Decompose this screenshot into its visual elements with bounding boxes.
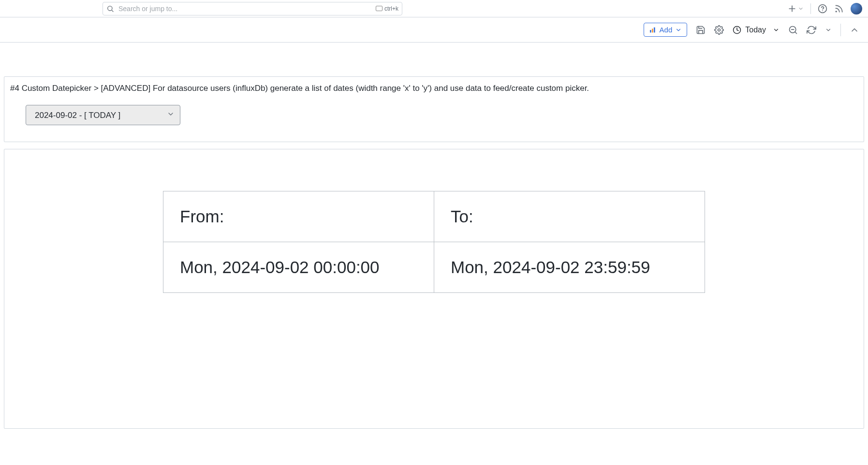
- svg-line-1: [112, 10, 113, 12]
- search-input[interactable]: [103, 2, 402, 15]
- header-divider: [810, 3, 811, 14]
- search-icon: [106, 5, 114, 13]
- chevron-down-icon: [675, 27, 682, 33]
- keyboard-icon: [376, 6, 383, 11]
- help-icon[interactable]: [818, 4, 827, 14]
- chevron-down-icon: [798, 4, 804, 14]
- collapse-icon[interactable]: [850, 25, 859, 35]
- zoom-out-icon[interactable]: [788, 25, 798, 35]
- svg-rect-7: [650, 30, 651, 32]
- add-label: Add: [660, 26, 673, 34]
- panel-title: #4 Custom Datepicker > [ADVANCED] For da…: [10, 84, 858, 93]
- table-row: Mon, 2024-09-02 00:00:00 Mon, 2024-09-02…: [163, 242, 705, 293]
- create-menu[interactable]: [787, 4, 804, 14]
- refresh-icon[interactable]: [807, 25, 816, 35]
- header-right: [787, 3, 862, 15]
- panel-add-icon: [649, 26, 657, 34]
- date-select-wrap: 2024-09-02 - [ TODAY ]: [10, 105, 180, 125]
- header-from: From:: [163, 191, 434, 242]
- rss-icon[interactable]: [834, 4, 844, 14]
- date-variable-select[interactable]: 2024-09-02 - [ TODAY ]: [26, 105, 180, 125]
- dashboard-toolbar: Add Today: [0, 17, 868, 43]
- svg-point-0: [108, 6, 112, 10]
- svg-rect-9: [654, 27, 655, 32]
- to-value: Mon, 2024-09-02 23:59:59: [434, 242, 705, 293]
- settings-icon[interactable]: [714, 25, 724, 35]
- table-panel: From: To: Mon, 2024-09-02 00:00:00 Mon, …: [4, 149, 864, 429]
- variables-panel: #4 Custom Datepicker > [ADVANCED] For da…: [4, 76, 864, 142]
- chevron-down-icon: [773, 27, 780, 33]
- time-range-picker[interactable]: Today: [733, 26, 780, 34]
- time-range-label: Today: [745, 26, 766, 34]
- svg-point-6: [836, 11, 837, 12]
- avatar[interactable]: [851, 3, 862, 15]
- date-range-table: From: To: Mon, 2024-09-02 00:00:00 Mon, …: [163, 191, 705, 293]
- svg-rect-8: [652, 29, 653, 32]
- clock-icon: [733, 26, 741, 34]
- svg-line-13: [795, 31, 797, 33]
- header-to: To:: [434, 191, 705, 242]
- kbd-text: ctrl+k: [384, 5, 398, 12]
- from-value: Mon, 2024-09-02 00:00:00: [163, 242, 434, 293]
- toolbar-divider: [840, 24, 841, 36]
- save-icon[interactable]: [696, 25, 706, 35]
- kbd-hint: ctrl+k: [376, 5, 398, 12]
- plus-icon: [787, 4, 797, 14]
- refresh-interval-chevron[interactable]: [825, 25, 832, 35]
- svg-point-10: [718, 29, 721, 31]
- top-header: ctrl+k: [0, 0, 868, 17]
- table-header-row: From: To:: [163, 191, 705, 242]
- search-wrap: ctrl+k: [103, 2, 402, 15]
- add-button[interactable]: Add: [644, 23, 688, 37]
- dashboard-content: #4 Custom Datepicker > [ADVANCED] For da…: [0, 43, 868, 433]
